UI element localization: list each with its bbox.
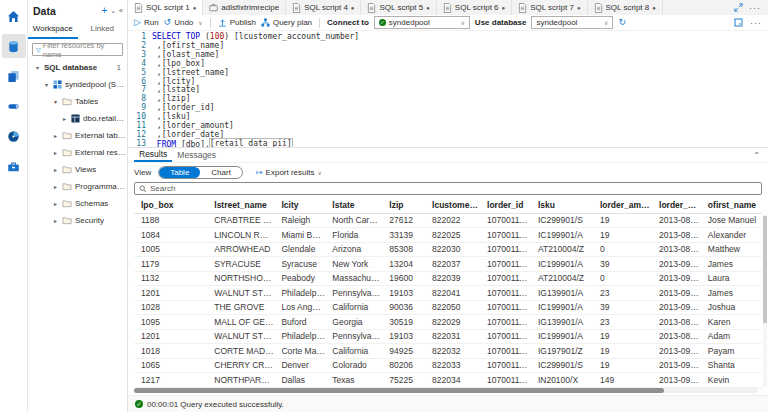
tree-item-schemas[interactable]: ▸Schemas	[28, 195, 127, 212]
sql-editor[interactable]: 12345678910111213 SELECT TOP (100) [lcus…	[128, 31, 768, 147]
tab-sql-script-5[interactable]: SQL script 5●	[361, 0, 436, 15]
results-search-input[interactable]: Search	[134, 182, 762, 195]
nav-home-icon[interactable]	[2, 4, 26, 28]
code-line[interactable]: ,[lstreet_name]	[152, 69, 768, 78]
refresh-database-icon[interactable]: ↻	[618, 18, 626, 27]
tree-item-tables[interactable]: ▾Tables	[28, 93, 127, 110]
undo-button[interactable]: ↺ Undo	[164, 18, 194, 27]
view-table-option[interactable]: Table	[159, 167, 200, 178]
code-line[interactable]: ,[lstate]	[152, 86, 768, 95]
column-header-lstreet-name[interactable]: lstreet_name	[207, 198, 274, 213]
collapse-node-icon[interactable]: ▾	[43, 81, 50, 88]
horizontal-scrollbar[interactable]	[134, 388, 758, 393]
tab-sql-script-8[interactable]: SQL script 8●	[588, 0, 663, 15]
tab-linked[interactable]: Linked	[78, 21, 128, 39]
tree-item-dbo-retail-data-pii[interactable]: ▸dbo.retail_data_pii	[28, 110, 127, 127]
tab-results[interactable]: Results	[134, 148, 172, 162]
run-button[interactable]: ▷ Run	[134, 18, 159, 27]
code-line[interactable]: ,[lcity]	[152, 78, 768, 87]
query-plan-button[interactable]: Query plan	[261, 18, 312, 27]
table-row[interactable]: 1132NORTHSHOREPeabodyMassachusetts196008…	[134, 271, 762, 286]
table-row[interactable]: 1179SYRACUSESyracuseNew York132048220371…	[134, 257, 762, 272]
tree-item-syndedpool-sql-[interactable]: ▾syndedpool (SQL)	[28, 76, 127, 93]
table-row[interactable]: 1084LINCOLN ROADMiami BeachFlorida331398…	[134, 228, 762, 243]
use-database-select[interactable]: syndedpool ∨	[531, 16, 613, 29]
export-results-button[interactable]: ↦ Export results ∨	[256, 168, 322, 177]
collapse-node-icon[interactable]: ▾	[34, 64, 41, 71]
collapse-node-icon[interactable]: ▾	[52, 98, 59, 105]
collapse-results-icon[interactable]: ⌃	[745, 148, 768, 162]
vertical-scrollbar[interactable]	[763, 214, 767, 387]
nav-develop-icon[interactable]	[2, 64, 26, 88]
properties-icon[interactable]	[734, 18, 744, 28]
tree-item-security[interactable]: ▸Security	[28, 212, 127, 229]
tab-adlsfixtrimrecipe[interactable]: adlsfixtrimrecipe	[203, 0, 286, 15]
code-line[interactable]: ,[lorder_amount]	[152, 122, 768, 131]
code-line[interactable]: FROM [dbo].[retail_data_pii]	[152, 140, 768, 147]
tree-item-views[interactable]: ▸Views	[28, 161, 127, 178]
column-header-lorder-id[interactable]: lorder_id	[480, 198, 531, 213]
expand-node-icon[interactable]: ▸	[52, 200, 59, 207]
table-row[interactable]: 1188CRABTREE VAL...RaleighNorth Carolina…	[134, 213, 762, 228]
code-line[interactable]: ,[lorder_id]	[152, 104, 768, 113]
code-line[interactable]: ,[lsku]	[152, 113, 768, 122]
tree-item-label: syndedpool (SQL)	[65, 80, 127, 89]
tab-sql-script-1[interactable]: SQL script 1●	[128, 0, 203, 15]
expand-node-icon[interactable]: ▸	[52, 166, 59, 173]
more-tabs-icon[interactable]: ···	[749, 3, 761, 13]
code-line[interactable]: ,[lzip]	[152, 95, 768, 104]
tab-messages[interactable]: Messages	[172, 148, 221, 162]
filter-resources-input[interactable]: ▽ Filter resources by name	[32, 43, 123, 56]
expand-editor-icon[interactable]	[734, 3, 743, 12]
folder-icon	[62, 182, 72, 191]
column-header-lsku[interactable]: lsku	[531, 198, 593, 213]
connect-to-select[interactable]: ✓ syndedpool ∨	[374, 16, 470, 29]
collapse-panel-icon[interactable]: «	[119, 7, 123, 15]
tab-sql-script-7[interactable]: SQL script 7●	[512, 0, 587, 15]
nav-manage-icon[interactable]	[2, 154, 26, 178]
table-row[interactable]: 1217NORTHPARK C...DallasTexas75225822034…	[134, 373, 762, 388]
expand-node-icon[interactable]: ▸	[52, 183, 59, 190]
tab-sql-script-6[interactable]: SQL script 6●	[437, 0, 512, 15]
view-chart-option[interactable]: Chart	[200, 167, 242, 178]
nav-monitor-icon[interactable]	[2, 124, 26, 148]
table-row[interactable]: 1005ARROWHEADGlendaleArizona853088220301…	[134, 242, 762, 257]
code-line[interactable]: ,[ofirst_name]	[152, 42, 768, 51]
tree-item-external-resources[interactable]: ▸External resources	[28, 144, 127, 161]
table-row[interactable]: 1095MALL OF GEOR...BufordGeorgia30519822…	[134, 315, 762, 330]
column-header-lcity[interactable]: lcity	[274, 198, 325, 213]
column-header-lstate[interactable]: lstate	[325, 198, 382, 213]
code-line[interactable]: SELECT TOP (100) [lcustomer_account_numb…	[152, 33, 768, 42]
expand-node-icon[interactable]: ▸	[52, 132, 59, 139]
cell: 822033	[425, 358, 480, 373]
nav-integrate-icon[interactable]	[2, 94, 26, 118]
undo-dropdown-chevron[interactable]: ∨	[198, 19, 202, 26]
column-header-lorder-date[interactable]: lorder_date	[652, 198, 701, 213]
code-content[interactable]: SELECT TOP (100) [lcustomer_account_numb…	[152, 31, 768, 147]
column-header-lpo-box[interactable]: lpo_box	[134, 198, 207, 213]
tab-sql-script-4[interactable]: SQL script 4●	[286, 0, 361, 15]
code-line[interactable]: ,[olast_name]	[152, 51, 768, 60]
nav-data-icon[interactable]	[2, 34, 26, 58]
tree-item-sql-database[interactable]: ▾SQL database1	[28, 59, 127, 76]
tree-item-programmability[interactable]: ▸Programmability	[28, 178, 127, 195]
expand-node-icon[interactable]: ▸	[61, 115, 68, 122]
column-header-ofirst-name[interactable]: ofirst_name	[701, 198, 762, 213]
expand-node-icon[interactable]: ▸	[52, 149, 59, 156]
table-row[interactable]: 1018CORTE MADERACorte MaderaCalifornia94…	[134, 344, 762, 359]
column-header-lcustomer-acc-[interactable]: lcustomer_acc...	[425, 198, 480, 213]
tab-workspace[interactable]: Workspace	[28, 21, 78, 39]
table-row[interactable]: 1028THE GROVELos AngelesCalifornia900368…	[134, 300, 762, 315]
column-header-lorder-amount[interactable]: lorder_amount	[593, 198, 652, 213]
table-row[interactable]: 1201WALNUT STREETPhiladelphiaPennsylvani…	[134, 286, 762, 301]
refresh-panel-icon[interactable]: ⌄	[110, 7, 116, 15]
table-row[interactable]: 1065CHERRY CREEKDenverColorado8020682203…	[134, 358, 762, 373]
publish-button[interactable]: Publish	[218, 18, 256, 27]
more-actions-icon[interactable]: ···	[750, 18, 762, 28]
code-line[interactable]: ,[lpo_box]	[152, 60, 768, 69]
tree-item-external-tables[interactable]: ▸External tables	[28, 127, 127, 144]
expand-node-icon[interactable]: ▸	[52, 217, 59, 224]
table-row[interactable]: 1201WALNUT STREETPhiladelphiaPennsylvani…	[134, 329, 762, 344]
column-header-lzip[interactable]: lzip	[382, 198, 425, 213]
add-resource-icon[interactable]: +	[101, 7, 107, 15]
